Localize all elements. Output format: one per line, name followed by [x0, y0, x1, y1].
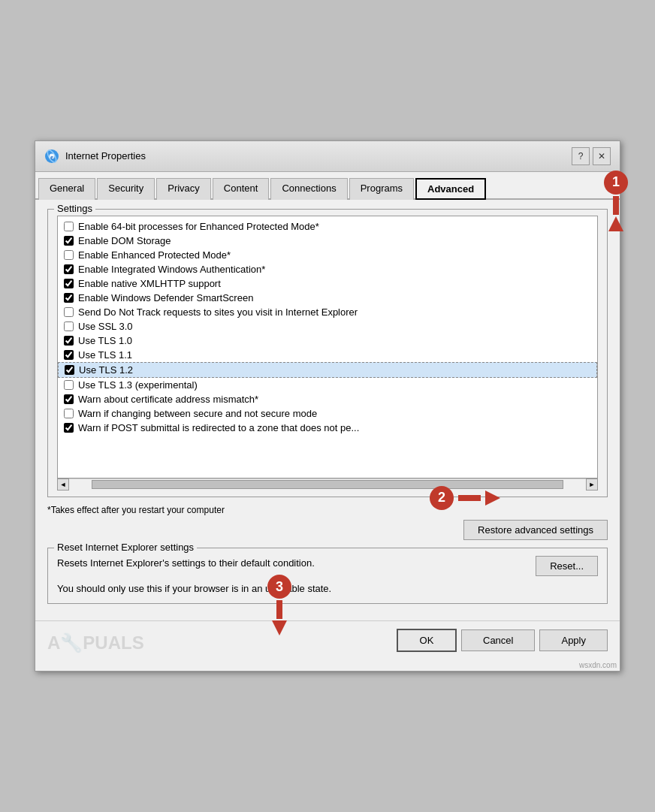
tab-general[interactable]: General — [38, 178, 95, 200]
badge-3: 3 — [267, 575, 291, 599]
arrow-up-1 — [608, 216, 623, 231]
dialog-footer: A🔧PUALS OK Cancel Apply — [35, 620, 620, 660]
horizontal-scrollbar[interactable]: ◄ ► — [57, 478, 598, 491]
setting-item-13: Warn if changing between secure and not … — [58, 406, 597, 421]
checkbox-7[interactable] — [64, 321, 74, 331]
setting-item-5: Enable Windows Defender SmartScreen — [58, 291, 597, 305]
setting-label-10: Use TLS 1.2 — [79, 364, 133, 376]
setting-label-7: Use SSL 3.0 — [78, 321, 133, 332]
arrow-right-2 — [485, 491, 500, 506]
setting-label-0: Enable 64-bit processes for Enhanced Pro… — [78, 221, 319, 232]
checkbox-5[interactable] — [64, 293, 74, 303]
apply-button[interactable]: Apply — [539, 629, 608, 651]
setting-item-8: Use TLS 1.0 — [58, 334, 597, 348]
help-button[interactable]: ? — [572, 147, 590, 165]
tab-security[interactable]: Security — [97, 178, 155, 200]
arrow-shaft-1 — [613, 196, 619, 215]
settings-group-label: Settings — [54, 203, 95, 214]
setting-label-4: Enable native XMLHTTP support — [78, 278, 221, 289]
setting-label-5: Enable Windows Defender SmartScreen — [78, 292, 253, 303]
scroll-right-btn[interactable]: ► — [586, 478, 598, 491]
scroll-left-btn[interactable]: ◄ — [57, 478, 69, 491]
checkbox-14[interactable] — [64, 423, 74, 433]
reset-group: Reset Internet Explorer settings Resets … — [47, 548, 608, 604]
unusable-note: You should only use this if your browser… — [57, 582, 598, 596]
checkbox-0[interactable] — [64, 222, 74, 231]
setting-item-11: Use TLS 1.3 (experimental) — [58, 378, 597, 392]
settings-list[interactable]: Enable 64-bit processes for Enhanced Pro… — [57, 216, 598, 478]
annotation-1: 1 — [604, 171, 628, 231]
internet-properties-dialog: e Internet Properties ? ✕ General Securi… — [35, 140, 620, 672]
title-bar-left: e Internet Properties — [44, 149, 146, 164]
tab-connections[interactable]: Connections — [270, 178, 347, 200]
checkbox-10[interactable] — [65, 365, 74, 375]
restore-advanced-settings-button[interactable]: Restore advanced settings — [463, 520, 608, 540]
ok-button[interactable]: OK — [397, 629, 457, 652]
arrow-shaft-3 — [276, 600, 282, 619]
appuals-logo: A🔧PUALS — [47, 632, 144, 654]
badge-1: 1 — [604, 171, 628, 195]
setting-label-14: Warn if POST submittal is redirected to … — [78, 422, 359, 433]
setting-label-9: Use TLS 1.1 — [78, 349, 132, 361]
watermark: wsxdn.com — [35, 660, 620, 671]
svg-text:e: e — [50, 153, 53, 161]
setting-label-1: Enable DOM Storage — [78, 235, 171, 246]
setting-label-8: Use TLS 1.0 — [78, 335, 132, 346]
checkbox-1[interactable] — [64, 236, 74, 246]
setting-item-14: Warn if POST submittal is redirected to … — [58, 421, 597, 435]
setting-label-6: Send Do Not Track requests to sites you … — [78, 306, 358, 318]
arrow-down-3 — [272, 620, 287, 635]
tab-privacy[interactable]: Privacy — [156, 178, 211, 200]
title-bar-controls: ? ✕ — [572, 147, 611, 165]
reset-group-inner: Resets Internet Explorer's settings to t… — [57, 556, 598, 576]
tab-advanced[interactable]: Advanced — [415, 178, 486, 200]
tab-content[interactable]: Content — [213, 178, 270, 200]
arrow-shaft-2 — [458, 495, 481, 501]
reset-group-label: Reset Internet Explorer settings — [54, 542, 197, 553]
checkbox-11[interactable] — [64, 380, 74, 390]
dialog-title: Internet Properties — [65, 150, 146, 161]
setting-item-3: Enable Integrated Windows Authentication… — [58, 262, 597, 276]
setting-label-12: Warn about certificate address mismatch* — [78, 394, 258, 405]
restore-btn-row: Restore advanced settings — [47, 520, 608, 540]
setting-item-1: Enable DOM Storage — [58, 234, 597, 248]
checkbox-13[interactable] — [64, 409, 74, 418]
checkbox-3[interactable] — [64, 264, 74, 274]
restart-note: *Takes effect after you restart your com… — [47, 505, 608, 515]
reset-button[interactable]: Reset... — [536, 556, 598, 576]
setting-item-2: Enable Enhanced Protected Mode* — [58, 248, 597, 262]
setting-label-11: Use TLS 1.3 (experimental) — [78, 379, 198, 391]
settings-group: Settings Enable 64-bit processes for Enh… — [47, 209, 608, 497]
cancel-button[interactable]: Cancel — [461, 629, 535, 651]
setting-label-2: Enable Enhanced Protected Mode* — [78, 249, 231, 261]
setting-item-6: Send Do Not Track requests to sites you … — [58, 305, 597, 319]
reset-desc-1: Resets Internet Explorer's settings to t… — [57, 556, 521, 571]
close-button[interactable]: ✕ — [593, 147, 611, 165]
badge-2: 2 — [430, 486, 454, 510]
annotation-3: 3 — [267, 575, 291, 635]
reset-description: Resets Internet Explorer's settings to t… — [57, 556, 521, 571]
checkbox-8[interactable] — [64, 336, 74, 346]
checkbox-4[interactable] — [64, 279, 74, 288]
setting-label-3: Enable Integrated Windows Authentication… — [78, 264, 265, 275]
checkbox-6[interactable] — [64, 307, 74, 317]
title-bar: e Internet Properties ? ✕ — [35, 141, 620, 172]
tab-programs[interactable]: Programs — [349, 178, 414, 200]
ie-icon: e — [44, 149, 59, 164]
checkbox-12[interactable] — [64, 394, 74, 404]
setting-label-13: Warn if changing between secure and not … — [78, 408, 317, 419]
setting-item-10: Use TLS 1.2 — [58, 362, 597, 378]
setting-item-12: Warn about certificate address mismatch* — [58, 392, 597, 406]
setting-item-4: Enable native XMLHTTP support — [58, 276, 597, 291]
setting-item-7: Use SSL 3.0 — [58, 319, 597, 334]
checkbox-9[interactable] — [64, 350, 74, 360]
checkbox-2[interactable] — [64, 250, 74, 260]
tabs-row: General Security Privacy Content Connect… — [35, 172, 620, 200]
dialog-content: Settings Enable 64-bit processes for Enh… — [35, 200, 620, 620]
setting-item-0: Enable 64-bit processes for Enhanced Pro… — [58, 219, 597, 234]
setting-item-9: Use TLS 1.1 — [58, 348, 597, 362]
annotation-2: 2 — [430, 486, 500, 510]
